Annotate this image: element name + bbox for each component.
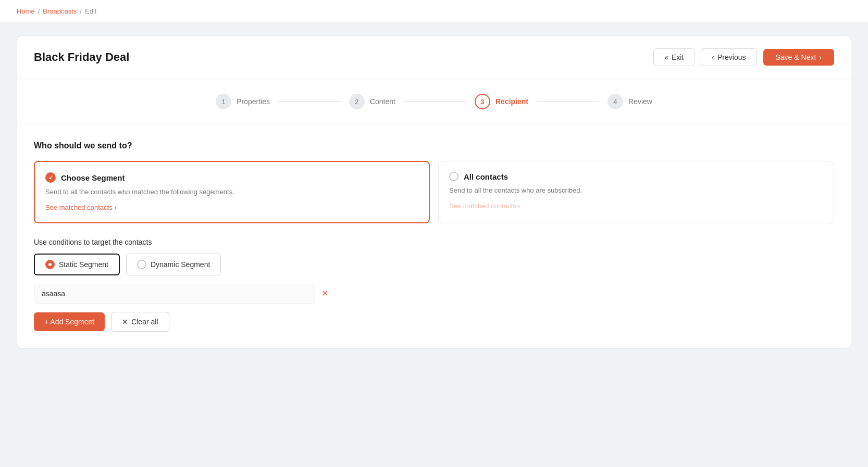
previous-button[interactable]: ‹ Previous [701, 48, 757, 66]
segment-type-options: Static Segment Dynamic Segment [34, 254, 834, 275]
exit-button[interactable]: « Exit [653, 48, 695, 66]
add-segment-button[interactable]: + Add Segment [34, 312, 105, 331]
breadcrumb-sep1: / [38, 7, 40, 15]
breadcrumb-bar: Home / Broadcasts / Edit [0, 0, 868, 23]
step-3-circle: 3 [475, 94, 490, 109]
step-4-circle: 4 [607, 94, 623, 109]
step-2: 2 Content [349, 94, 395, 109]
choose-segment-check-icon [45, 172, 56, 183]
clear-all-label: Clear all [131, 318, 158, 326]
step-2-circle: 2 [349, 94, 365, 109]
breadcrumb-current: Edit [85, 7, 96, 15]
who-send-title: Who should we send to? [34, 141, 834, 150]
all-contacts-link[interactable]: See matched contacts › [449, 202, 520, 210]
save-next-arrow-icon: › [819, 53, 822, 61]
choose-segment-link[interactable]: See matched contacts › [45, 204, 117, 211]
exit-label: Exit [672, 53, 684, 61]
segment-options: Choose Segment Send to all the contacts … [34, 161, 834, 223]
all-contacts-card[interactable]: All contacts Send to all the contacts wh… [438, 161, 834, 223]
choose-segment-card[interactable]: Choose Segment Send to all the contacts … [34, 161, 430, 223]
dynamic-segment-button[interactable]: Dynamic Segment [126, 254, 221, 275]
clear-input-button[interactable]: ✕ [319, 286, 330, 300]
breadcrumb-home[interactable]: Home [17, 7, 35, 15]
clear-all-button[interactable]: ✕ Clear all [111, 312, 169, 332]
choose-segment-desc: Send to all the contacts who matched the… [45, 187, 418, 197]
save-next-label: Save & Next [776, 53, 816, 61]
clear-all-x-icon: ✕ [122, 318, 128, 326]
steps: 1 Properties 2 Content 3 Recipient 4 Rev… [34, 94, 834, 109]
page-header: Black Friday Deal « Exit ‹ Previous Save… [17, 36, 851, 79]
step-line-2-3 [404, 102, 466, 102]
breadcrumb-broadcasts[interactable]: Broadcasts [43, 7, 77, 15]
step-line-1-2 [278, 102, 341, 102]
all-contacts-header: All contacts [449, 172, 823, 181]
exit-arrow-icon: « [664, 53, 668, 61]
header-actions: « Exit ‹ Previous Save & Next › [653, 48, 834, 66]
step-2-label: Content [370, 97, 395, 106]
choose-segment-title: Choose Segment [61, 173, 125, 182]
step-3: 3 Recipient [475, 94, 528, 109]
dynamic-segment-radio-icon [137, 260, 146, 269]
save-next-button[interactable]: Save & Next › [763, 49, 835, 66]
breadcrumb-sep2: / [80, 7, 82, 15]
step-4-label: Review [628, 97, 652, 106]
step-1: 1 Properties [216, 94, 270, 109]
action-buttons: + Add Segment ✕ Clear all [34, 312, 834, 332]
static-segment-radio-icon [45, 260, 55, 269]
steps-container: 1 Properties 2 Content 3 Recipient 4 Rev… [17, 79, 851, 124]
previous-label: Previous [717, 53, 746, 61]
all-contacts-desc: Send to all the contacts who are subscri… [449, 185, 823, 196]
content-area: Who should we send to? Choose Segment Se… [17, 124, 851, 348]
conditions-section: Use conditions to target the contacts St… [34, 238, 834, 332]
conditions-title: Use conditions to target the contacts [34, 238, 834, 246]
dynamic-segment-label: Dynamic Segment [151, 260, 210, 269]
breadcrumb: Home / Broadcasts / Edit [17, 7, 851, 15]
previous-arrow-icon: ‹ [712, 53, 714, 61]
step-line-3-4 [537, 102, 599, 102]
all-contacts-title: All contacts [464, 172, 508, 181]
add-segment-label: + Add Segment [44, 318, 94, 326]
segment-input-row: ✕ [34, 284, 834, 304]
static-segment-label: Static Segment [59, 260, 108, 269]
step-1-label: Properties [237, 97, 270, 106]
step-3-label: Recipient [495, 97, 528, 106]
choose-segment-header: Choose Segment [45, 172, 418, 183]
static-segment-button[interactable]: Static Segment [34, 254, 120, 275]
segment-input[interactable] [34, 284, 315, 304]
all-contacts-radio-icon [449, 172, 458, 181]
main-card: Black Friday Deal « Exit ‹ Previous Save… [17, 35, 851, 349]
page-title: Black Friday Deal [34, 51, 129, 64]
step-1-circle: 1 [216, 94, 231, 109]
step-4: 4 Review [607, 94, 652, 109]
